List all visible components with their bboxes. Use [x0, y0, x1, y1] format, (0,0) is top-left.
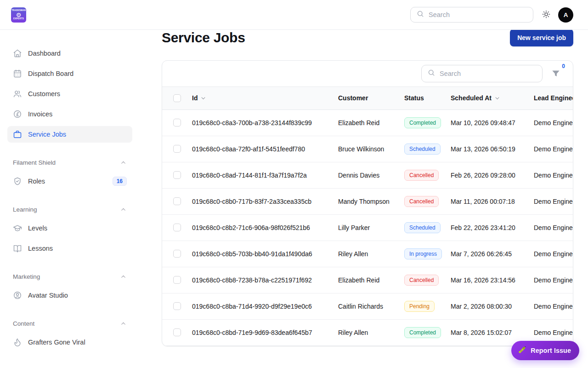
status-cell: Completed	[404, 319, 451, 345]
filter-button[interactable]: 0	[550, 67, 563, 80]
status-cell: Cancelled	[404, 188, 451, 214]
sidebar-item-grafters-gone-viral[interactable]: Grafters Gone Viral	[7, 334, 132, 351]
sidebar-group-label: Filament Shield	[13, 159, 56, 166]
table-row[interactable]: 019c68c0-c8b0-717b-83f7-2a33cea335cbMand…	[162, 188, 573, 214]
table-row[interactable]: 019c68c0-c8b2-71c6-906a-98f026f521b6Lill…	[162, 214, 573, 241]
row-checkbox[interactable]	[173, 171, 181, 179]
table-row[interactable]: 019c68c0-c8b5-703b-bb40-91da1f490da6Rile…	[162, 241, 573, 267]
logo-text-bottom: EXPERTS	[13, 18, 24, 20]
sort-chevron-down-icon[interactable]	[494, 95, 501, 102]
global-search[interactable]	[410, 7, 533, 23]
sidebar-item-service-jobs[interactable]: Service Jobs	[7, 126, 132, 143]
sidebar-item-dispatch-board[interactable]: Dispatch Board	[7, 65, 132, 82]
sidebar-item-label: Service Jobs	[28, 131, 66, 138]
row-checkbox[interactable]	[173, 224, 181, 231]
status-badge: Completed	[404, 327, 441, 338]
chevron-up-icon	[120, 320, 127, 327]
select-all-checkbox[interactable]	[173, 94, 181, 102]
job-id-cell: 019c68c0-c8a3-700b-a738-23144f839c99	[192, 109, 338, 136]
sidebar-group-filament-shield: Filament ShieldRoles16	[7, 158, 132, 190]
column-label: Id	[192, 94, 198, 102]
table-search-input[interactable]	[440, 70, 537, 77]
sidebar-item-roles[interactable]: Roles16	[7, 173, 132, 190]
sidebar-group-header-learning[interactable]: Learning	[7, 205, 132, 213]
scheduled-at-cell: Mar 13, 2026 06:50:19	[451, 136, 534, 162]
lead-engineer-cell: Demo Engineer	[534, 214, 573, 241]
table-row[interactable]: 019c68c0-c8ad-7144-81f1-f3a7f19a7f2aDenn…	[162, 162, 573, 188]
row-checkbox[interactable]	[173, 276, 181, 284]
filter-count-badge: 0	[562, 63, 565, 69]
lead-engineer-cell: Demo Engineer	[534, 293, 573, 319]
table-search[interactable]	[421, 65, 543, 82]
table-scroll-area[interactable]: IdCustomerStatusScheduled AtLead Enginee…	[162, 86, 573, 346]
sidebar-group-marketing: MarketingAvatar Studio	[7, 272, 132, 304]
sidebar-item-label: Avatar Studio	[28, 292, 68, 299]
job-id-cell: 019c68c0-c8ba-71d4-9920-d9f29e19e0c6	[192, 293, 338, 319]
sidebar-item-invoices[interactable]: Invoices	[7, 106, 132, 122]
report-issue-button[interactable]: Report Issue	[511, 341, 579, 360]
funnel-icon	[551, 69, 561, 80]
row-checkbox[interactable]	[173, 302, 181, 310]
briefcase-icon	[13, 130, 22, 139]
sidebar-item-label: Dispatch Board	[28, 70, 74, 77]
user-avatar[interactable]: A	[558, 7, 573, 23]
sidebar-group-learning: LearningLevelsLessons	[7, 205, 132, 257]
page-title: Service Jobs	[162, 29, 245, 46]
search-icon	[416, 10, 424, 20]
search-icon	[427, 69, 435, 79]
customer-cell: Riley Allen	[338, 319, 404, 345]
calendar-icon	[13, 69, 22, 78]
bug-icon	[518, 345, 526, 356]
table-row[interactable]: 019c68c0-c8aa-72f0-af1f-5451feedf780Bruc…	[162, 136, 573, 162]
scheduled-at-cell: Mar 2, 2026 08:00:30	[451, 293, 534, 319]
customer-cell: Bruce Wilkinson	[338, 136, 404, 162]
status-cell: In progress	[404, 241, 451, 267]
column-header-scheduled-at[interactable]: Scheduled At	[451, 87, 534, 109]
app-logo[interactable]: TRADESMAN ⚙ EXPERTS	[11, 7, 26, 23]
table-row[interactable]: 019c68c0-c8b8-7238-b78a-c2251971f692Eliz…	[162, 267, 573, 293]
table-row[interactable]: 019c68c0-c8a3-700b-a738-23144f839c99Eliz…	[162, 109, 573, 136]
sidebar-item-customers[interactable]: Customers	[7, 86, 132, 102]
sidebar-group-header-content[interactable]: Content	[7, 319, 132, 328]
job-id-cell: 019c68c0-c8b5-703b-bb40-91da1f490da6	[192, 241, 338, 267]
row-checkbox[interactable]	[173, 328, 181, 336]
table-row[interactable]: 019c68c0-c8ba-71d4-9920-d9f29e19e0c6Cait…	[162, 293, 573, 319]
status-cell: Cancelled	[404, 162, 451, 188]
column-header-customer: Customer	[338, 87, 404, 109]
column-header-id[interactable]: Id	[192, 87, 338, 109]
table-header-row: IdCustomerStatusScheduled AtLead Enginee…	[162, 87, 573, 109]
sidebar-item-dashboard[interactable]: Dashboard	[7, 45, 132, 62]
sidebar-group-header-marketing[interactable]: Marketing	[7, 272, 132, 281]
job-id-cell: 019c68c0-c8bd-71e9-9d69-83dea6f645b7	[192, 319, 338, 345]
sidebar-group-header-filament-shield[interactable]: Filament Shield	[7, 158, 132, 167]
theme-toggle-button[interactable]	[542, 10, 551, 20]
book-open-icon	[13, 244, 22, 253]
new-service-job-button[interactable]: New service job	[510, 29, 573, 46]
customer-cell: Elizabeth Reid	[338, 109, 404, 136]
chevron-up-icon	[120, 273, 127, 280]
row-checkbox[interactable]	[173, 119, 181, 126]
row-checkbox[interactable]	[173, 250, 181, 258]
table-row[interactable]: 019c68c0-c8bd-71e9-9d69-83dea6f645b7Rile…	[162, 319, 573, 345]
status-badge: Cancelled	[404, 170, 439, 181]
status-cell: Scheduled	[404, 214, 451, 241]
sidebar-item-levels[interactable]: Levels	[7, 220, 132, 236]
row-checkbox[interactable]	[173, 145, 181, 153]
sort-chevron-down-icon[interactable]	[200, 95, 207, 102]
row-checkbox[interactable]	[173, 197, 181, 205]
pound-circle-icon	[13, 109, 22, 119]
sidebar-item-avatar-studio[interactable]: Avatar Studio	[7, 287, 132, 304]
sidebar-item-label: Levels	[28, 224, 47, 232]
customer-cell: Riley Allen	[338, 241, 404, 267]
sidebar-item-label: Dashboard	[28, 50, 61, 57]
column-label: Scheduled At	[451, 94, 492, 102]
customer-cell: Dennis Davies	[338, 162, 404, 188]
job-id-cell: 019c68c0-c8b0-717b-83f7-2a33cea335cb	[192, 188, 338, 214]
status-badge: In progress	[404, 248, 442, 259]
lead-engineer-cell: Demo Engineer	[534, 241, 573, 267]
job-id-cell: 019c68c0-c8b8-7238-b78a-c2251971f692	[192, 267, 338, 293]
users-icon	[13, 89, 22, 98]
job-id-cell: 019c68c0-c8b2-71c6-906a-98f026f521b6	[192, 214, 338, 241]
sidebar-item-lessons[interactable]: Lessons	[7, 240, 132, 257]
global-search-input[interactable]	[429, 11, 527, 18]
